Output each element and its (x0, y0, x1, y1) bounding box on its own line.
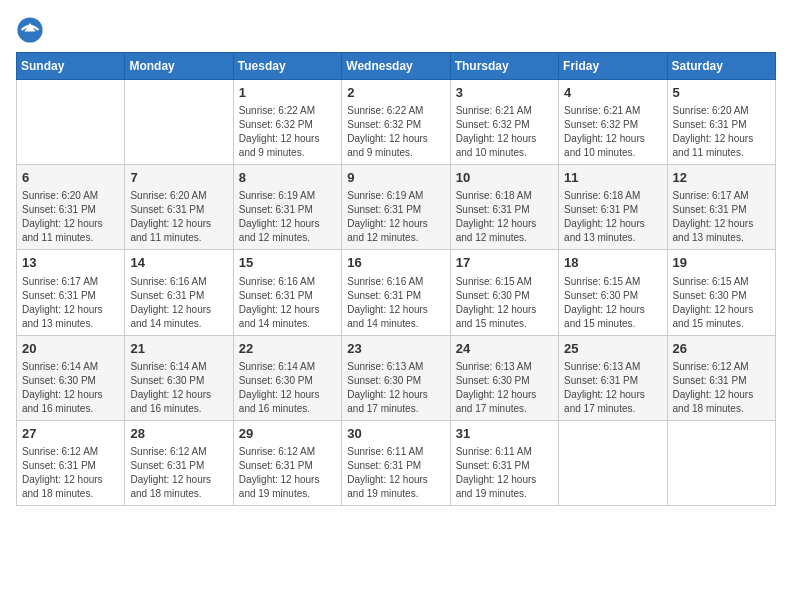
calendar-day-cell: 19Sunrise: 6:15 AMSunset: 6:30 PMDayligh… (667, 250, 775, 335)
calendar-day-cell: 1Sunrise: 6:22 AMSunset: 6:32 PMDaylight… (233, 80, 341, 165)
day-info: Daylight: 12 hours and 14 minutes. (239, 303, 336, 331)
day-info: Sunset: 6:31 PM (347, 459, 444, 473)
day-info: Daylight: 12 hours and 12 minutes. (347, 217, 444, 245)
day-info: Sunset: 6:31 PM (239, 203, 336, 217)
day-info: Sunset: 6:32 PM (239, 118, 336, 132)
calendar-day-cell: 9Sunrise: 6:19 AMSunset: 6:31 PMDaylight… (342, 165, 450, 250)
calendar-week-row: 27Sunrise: 6:12 AMSunset: 6:31 PMDayligh… (17, 420, 776, 505)
day-number: 15 (239, 254, 336, 272)
day-number: 22 (239, 340, 336, 358)
day-number: 29 (239, 425, 336, 443)
calendar-day-cell: 31Sunrise: 6:11 AMSunset: 6:31 PMDayligh… (450, 420, 558, 505)
calendar-day-cell: 6Sunrise: 6:20 AMSunset: 6:31 PMDaylight… (17, 165, 125, 250)
day-info: Daylight: 12 hours and 17 minutes. (564, 388, 661, 416)
day-info: Sunrise: 6:12 AM (130, 445, 227, 459)
day-info: Sunrise: 6:16 AM (130, 275, 227, 289)
day-info: Sunrise: 6:16 AM (239, 275, 336, 289)
weekday-header: Wednesday (342, 53, 450, 80)
day-info: Daylight: 12 hours and 13 minutes. (22, 303, 119, 331)
day-info: Sunrise: 6:11 AM (347, 445, 444, 459)
day-info: Daylight: 12 hours and 19 minutes. (347, 473, 444, 501)
day-info: Sunset: 6:31 PM (564, 203, 661, 217)
day-number: 25 (564, 340, 661, 358)
day-info: Sunrise: 6:17 AM (22, 275, 119, 289)
day-info: Sunset: 6:30 PM (456, 289, 553, 303)
day-number: 16 (347, 254, 444, 272)
day-info: Sunrise: 6:18 AM (564, 189, 661, 203)
day-number: 23 (347, 340, 444, 358)
day-info: Sunset: 6:31 PM (456, 203, 553, 217)
calendar-day-cell: 11Sunrise: 6:18 AMSunset: 6:31 PMDayligh… (559, 165, 667, 250)
day-number: 6 (22, 169, 119, 187)
day-info: Sunrise: 6:21 AM (564, 104, 661, 118)
calendar-day-cell: 29Sunrise: 6:12 AMSunset: 6:31 PMDayligh… (233, 420, 341, 505)
day-number: 3 (456, 84, 553, 102)
calendar-day-cell (559, 420, 667, 505)
day-info: Daylight: 12 hours and 17 minutes. (347, 388, 444, 416)
day-info: Sunset: 6:30 PM (456, 374, 553, 388)
weekday-header: Monday (125, 53, 233, 80)
day-info: Sunrise: 6:16 AM (347, 275, 444, 289)
calendar-week-row: 6Sunrise: 6:20 AMSunset: 6:31 PMDaylight… (17, 165, 776, 250)
day-info: Sunset: 6:31 PM (22, 203, 119, 217)
day-number: 17 (456, 254, 553, 272)
day-info: Sunrise: 6:21 AM (456, 104, 553, 118)
day-info: Sunset: 6:31 PM (456, 459, 553, 473)
day-info: Sunset: 6:30 PM (347, 374, 444, 388)
day-info: Sunset: 6:31 PM (673, 118, 770, 132)
weekday-header: Saturday (667, 53, 775, 80)
day-info: Sunrise: 6:15 AM (673, 275, 770, 289)
day-info: Sunrise: 6:20 AM (673, 104, 770, 118)
day-info: Sunrise: 6:14 AM (239, 360, 336, 374)
day-info: Sunset: 6:31 PM (673, 374, 770, 388)
calendar-day-cell: 13Sunrise: 6:17 AMSunset: 6:31 PMDayligh… (17, 250, 125, 335)
calendar-day-cell: 2Sunrise: 6:22 AMSunset: 6:32 PMDaylight… (342, 80, 450, 165)
day-info: Sunset: 6:31 PM (130, 289, 227, 303)
day-number: 9 (347, 169, 444, 187)
calendar-day-cell (667, 420, 775, 505)
day-info: Daylight: 12 hours and 15 minutes. (564, 303, 661, 331)
day-info: Sunrise: 6:18 AM (456, 189, 553, 203)
day-number: 28 (130, 425, 227, 443)
calendar-day-cell: 4Sunrise: 6:21 AMSunset: 6:32 PMDaylight… (559, 80, 667, 165)
day-info: Daylight: 12 hours and 11 minutes. (130, 217, 227, 245)
day-info: Sunrise: 6:22 AM (347, 104, 444, 118)
day-info: Daylight: 12 hours and 18 minutes. (22, 473, 119, 501)
day-info: Sunrise: 6:12 AM (22, 445, 119, 459)
calendar-day-cell: 25Sunrise: 6:13 AMSunset: 6:31 PMDayligh… (559, 335, 667, 420)
day-number: 14 (130, 254, 227, 272)
day-number: 27 (22, 425, 119, 443)
calendar-day-cell: 10Sunrise: 6:18 AMSunset: 6:31 PMDayligh… (450, 165, 558, 250)
logo-icon (16, 16, 44, 44)
calendar-day-cell: 15Sunrise: 6:16 AMSunset: 6:31 PMDayligh… (233, 250, 341, 335)
day-info: Sunset: 6:31 PM (22, 289, 119, 303)
day-info: Sunrise: 6:20 AM (22, 189, 119, 203)
day-info: Daylight: 12 hours and 10 minutes. (456, 132, 553, 160)
day-info: Sunrise: 6:14 AM (130, 360, 227, 374)
day-info: Daylight: 12 hours and 16 minutes. (239, 388, 336, 416)
day-info: Daylight: 12 hours and 14 minutes. (130, 303, 227, 331)
day-number: 4 (564, 84, 661, 102)
day-number: 10 (456, 169, 553, 187)
day-info: Sunset: 6:31 PM (347, 289, 444, 303)
day-info: Sunset: 6:32 PM (564, 118, 661, 132)
calendar-day-cell: 26Sunrise: 6:12 AMSunset: 6:31 PMDayligh… (667, 335, 775, 420)
day-info: Sunrise: 6:12 AM (239, 445, 336, 459)
calendar-day-cell: 24Sunrise: 6:13 AMSunset: 6:30 PMDayligh… (450, 335, 558, 420)
day-info: Sunset: 6:31 PM (239, 289, 336, 303)
day-info: Sunset: 6:31 PM (130, 459, 227, 473)
day-info: Sunset: 6:31 PM (239, 459, 336, 473)
day-info: Sunrise: 6:12 AM (673, 360, 770, 374)
day-number: 18 (564, 254, 661, 272)
day-info: Sunrise: 6:15 AM (564, 275, 661, 289)
calendar-day-cell: 30Sunrise: 6:11 AMSunset: 6:31 PMDayligh… (342, 420, 450, 505)
day-info: Sunset: 6:30 PM (130, 374, 227, 388)
calendar-day-cell: 12Sunrise: 6:17 AMSunset: 6:31 PMDayligh… (667, 165, 775, 250)
day-info: Daylight: 12 hours and 9 minutes. (347, 132, 444, 160)
day-info: Daylight: 12 hours and 18 minutes. (673, 388, 770, 416)
calendar-day-cell: 5Sunrise: 6:20 AMSunset: 6:31 PMDaylight… (667, 80, 775, 165)
day-number: 7 (130, 169, 227, 187)
day-info: Daylight: 12 hours and 19 minutes. (456, 473, 553, 501)
day-number: 13 (22, 254, 119, 272)
day-info: Sunset: 6:31 PM (130, 203, 227, 217)
